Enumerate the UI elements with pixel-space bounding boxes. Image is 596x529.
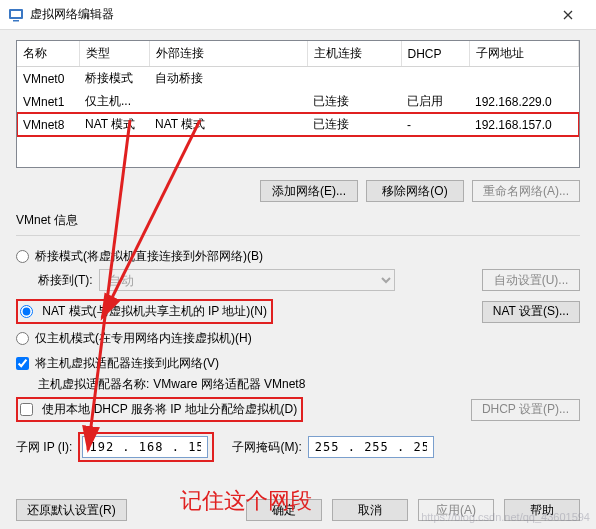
connect-host-adapter-label: 将主机虚拟适配器连接到此网络(V) xyxy=(35,355,219,372)
dhcp-settings-button: DHCP 设置(P)... xyxy=(471,399,580,421)
col-type[interactable]: 类型 xyxy=(79,41,149,67)
rename-network-button: 重命名网络(A)... xyxy=(472,180,580,202)
nat-settings-button[interactable]: NAT 设置(S)... xyxy=(482,301,580,323)
add-network-button[interactable]: 添加网络(E)... xyxy=(260,180,358,202)
network-table[interactable]: 名称 类型 外部连接 主机连接 DHCP 子网地址 VMnet0 桥接模式 自动… xyxy=(16,40,580,168)
col-dhcp[interactable]: DHCP xyxy=(401,41,469,67)
nat-mode-radio[interactable] xyxy=(20,305,33,318)
table-row[interactable]: VMnet0 桥接模式 自动桥接 xyxy=(17,67,579,91)
auto-settings-button: 自动设置(U)... xyxy=(482,269,580,291)
cancel-button[interactable]: 取消 xyxy=(332,499,408,521)
remove-network-button[interactable]: 移除网络(O) xyxy=(366,180,464,202)
subnet-ip-highlight xyxy=(78,432,214,462)
nat-mode-highlight: NAT 模式(与虚拟机共享主机的 IP 地址)(N) xyxy=(16,299,273,324)
subnet-ip-label: 子网 IP (I): xyxy=(16,439,72,456)
bridge-mode-radio[interactable] xyxy=(16,250,29,263)
table-row-selected[interactable]: VMnet8 NAT 模式 NAT 模式 已连接 - 192.168.157.0 xyxy=(17,113,579,136)
adapter-name-label: 主机虚拟适配器名称: xyxy=(38,376,149,393)
section-title: VMnet 信息 xyxy=(16,212,580,229)
bridge-to-select: 自动 xyxy=(99,269,395,291)
svg-rect-2 xyxy=(13,20,19,22)
restore-defaults-button[interactable]: 还原默认设置(R) xyxy=(16,499,127,521)
adapter-name-value: VMware 网络适配器 VMnet8 xyxy=(153,376,305,393)
nat-mode-label: NAT 模式(与虚拟机共享主机的 IP 地址)(N) xyxy=(42,304,267,318)
subnet-ip-input[interactable] xyxy=(82,436,208,458)
hostonly-mode-label: 仅主机模式(在专用网络内连接虚拟机)(H) xyxy=(35,330,252,347)
annotation-text: 记住这个网段 xyxy=(180,486,312,516)
app-icon xyxy=(8,7,24,23)
table-row[interactable]: VMnet1 仅主机... 已连接 已启用 192.168.229.0 xyxy=(17,90,579,113)
col-host[interactable]: 主机连接 xyxy=(307,41,401,67)
connect-host-adapter-checkbox[interactable] xyxy=(16,357,29,370)
subnet-mask-label: 子网掩码(M): xyxy=(232,439,301,456)
hostonly-mode-radio[interactable] xyxy=(16,332,29,345)
watermark: https://blog.csdn.net/qq_43601594 xyxy=(421,511,590,523)
bridge-mode-label: 桥接模式(将虚拟机直接连接到外部网络)(B) xyxy=(35,248,263,265)
use-dhcp-label: 使用本地 DHCP 服务将 IP 地址分配给虚拟机(D) xyxy=(42,402,297,416)
col-name[interactable]: 名称 xyxy=(17,41,79,67)
col-ext[interactable]: 外部连接 xyxy=(149,41,307,67)
use-dhcp-checkbox[interactable] xyxy=(20,403,33,416)
close-button[interactable] xyxy=(548,0,588,30)
window-title: 虚拟网络编辑器 xyxy=(30,6,548,23)
bridge-to-label: 桥接到(T): xyxy=(38,272,93,289)
col-subnet[interactable]: 子网地址 xyxy=(469,41,579,67)
subnet-mask-input[interactable] xyxy=(308,436,434,458)
dhcp-highlight: 使用本地 DHCP 服务将 IP 地址分配给虚拟机(D) xyxy=(16,397,303,422)
svg-rect-1 xyxy=(11,11,21,17)
